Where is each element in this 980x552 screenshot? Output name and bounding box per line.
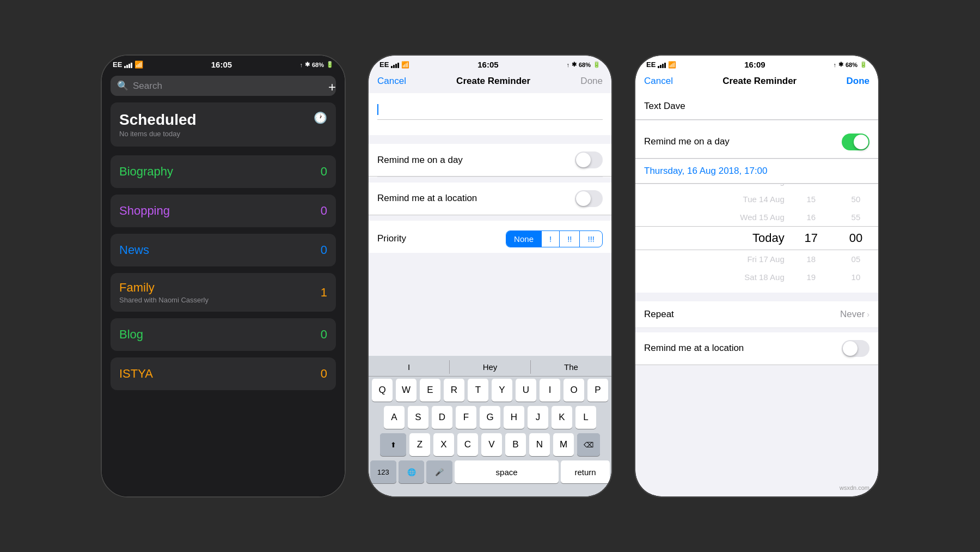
key-shift[interactable]: ⬆ [380, 433, 406, 456]
key-a[interactable]: A [384, 406, 405, 429]
remind-day-row-2[interactable]: Remind me on a day [369, 144, 611, 177]
reminder-title-3: Text Dave [644, 101, 869, 112]
title-input-row[interactable] [377, 100, 603, 120]
key-g[interactable]: G [480, 406, 500, 429]
screen-reminders-list: EE 📶 16:05 ↑ ✱ 68% 🔋 🔍 Sea [102, 56, 345, 496]
key-backspace[interactable]: ⌫ [577, 433, 600, 456]
list-count-biography: 0 [321, 165, 327, 179]
key-123[interactable]: 123 [370, 460, 396, 483]
remind-day-toggle-2[interactable] [575, 151, 603, 168]
priority-low-2[interactable]: ! [542, 231, 560, 247]
remind-location-toggle-2[interactable] [575, 190, 603, 207]
picker-columns: Mon 13 Aug Tue 14 Aug Wed 15 Aug Today F… [635, 184, 878, 293]
list-item-biography-left: Biography [119, 165, 173, 179]
clock-1: 16:05 [211, 60, 232, 69]
list-title-biography: Biography [119, 165, 173, 179]
priority-none-2[interactable]: None [506, 231, 542, 247]
scheduled-header: Scheduled No items due today 🕐 [119, 111, 327, 138]
key-v[interactable]: V [481, 433, 502, 456]
key-w[interactable]: W [396, 379, 416, 402]
location-icon-2: ↑ [566, 62, 569, 68]
list-item-news-left: News [119, 243, 149, 257]
key-mic[interactable]: 🎤 [426, 460, 452, 483]
key-s[interactable]: S [408, 406, 428, 429]
key-e[interactable]: E [420, 379, 440, 402]
key-z[interactable]: Z [409, 433, 430, 456]
repeat-row-3[interactable]: Repeat Never › [635, 301, 878, 327]
autocomplete-i[interactable]: I [369, 360, 450, 374]
list-item-shopping[interactable]: Shopping 0 [111, 195, 336, 227]
section-gap-2 [369, 215, 611, 221]
minute-column: 45 50 55 00 05 10 15 [834, 184, 878, 293]
key-y[interactable]: Y [492, 379, 512, 402]
phone-frame-1: EE 📶 16:05 ↑ ✱ 68% 🔋 🔍 Sea [101, 54, 346, 498]
keyboard-row-2: A S D F G H J K L [369, 404, 611, 431]
list-item-blog[interactable]: Blog 0 [111, 318, 336, 351]
battery-icon-2: 🔋 [593, 61, 601, 68]
list-item-news[interactable]: News 0 [111, 234, 336, 266]
list-item-istya-left: ISTYA [119, 367, 153, 381]
key-j[interactable]: J [528, 406, 548, 429]
done-button-2[interactable]: Done [580, 76, 603, 87]
battery-3: 68% [846, 62, 857, 68]
remind-day-label-2: Remind me on a day [377, 155, 463, 166]
key-k[interactable]: K [552, 406, 572, 429]
time-picker-3[interactable]: Mon 13 Aug Tue 14 Aug Wed 15 Aug Today F… [635, 184, 878, 293]
key-c[interactable]: C [457, 433, 478, 456]
key-u[interactable]: U [516, 379, 536, 402]
hour-17: 17 [805, 226, 818, 250]
hour-column: 14 15 16 17 18 19 20 [789, 184, 834, 293]
key-space[interactable]: space [455, 460, 559, 483]
remind-location-row-2[interactable]: Remind me at a location [369, 183, 611, 215]
remind-location-toggle-3[interactable] [842, 340, 869, 357]
search-bar[interactable]: 🔍 Search [111, 76, 336, 96]
key-h[interactable]: H [504, 406, 524, 429]
remind-location-label-3: Remind me at a location [644, 343, 744, 354]
min-15: 15 [852, 286, 861, 293]
keyboard-row-1: Q W E R T Y U I O P [369, 377, 611, 404]
key-o[interactable]: O [564, 379, 584, 402]
day-sun: Sun 19 Aug [742, 286, 785, 293]
reminder-title-block-3[interactable]: Text Dave [635, 93, 878, 120]
key-q[interactable]: Q [372, 379, 393, 402]
key-return[interactable]: return [561, 460, 610, 483]
key-n[interactable]: N [529, 433, 550, 456]
day-sat: Sat 18 Aug [744, 268, 784, 286]
cancel-button-3[interactable]: Cancel [644, 76, 673, 87]
priority-high-2[interactable]: !!! [580, 231, 602, 247]
list-item-family[interactable]: Family Shared with Naomi Casserly 1 [111, 273, 336, 312]
day-wed: Wed 15 Aug [740, 208, 784, 226]
key-p[interactable]: P [587, 379, 608, 402]
date-display-3[interactable]: Thursday, 16 Aug 2018, 17:00 [635, 159, 878, 184]
key-b[interactable]: B [505, 433, 526, 456]
remind-location-row-3[interactable]: Remind me at a location [635, 332, 878, 365]
reminder-input-area-2 [369, 93, 611, 135]
remind-day-row-3[interactable]: Remind me on a day [635, 126, 878, 159]
list-item-istya[interactable]: ISTYA 0 [111, 357, 336, 390]
key-r[interactable]: R [444, 379, 464, 402]
key-globe[interactable]: 🌐 [399, 460, 425, 483]
autocomplete-hey[interactable]: Hey [450, 360, 531, 374]
battery-2: 68% [579, 62, 591, 68]
list-item-shopping-left: Shopping [119, 204, 170, 218]
remind-day-toggle-3[interactable] [842, 134, 869, 150]
notes-input-row[interactable] [377, 120, 603, 129]
done-button-3[interactable]: Done [846, 76, 869, 87]
hour-18: 18 [806, 250, 816, 268]
list-item-biography[interactable]: Biography 0 [111, 155, 336, 188]
key-i[interactable]: I [540, 379, 560, 402]
key-l[interactable]: L [575, 406, 596, 429]
cancel-button-2[interactable]: Cancel [377, 76, 406, 87]
battery-icon-3: 🔋 [860, 61, 867, 68]
key-m[interactable]: M [553, 433, 574, 456]
min-55: 55 [852, 208, 861, 226]
min-45: 45 [852, 184, 861, 191]
priority-medium-2[interactable]: !! [560, 231, 580, 247]
key-x[interactable]: X [433, 433, 454, 456]
key-d[interactable]: D [432, 406, 452, 429]
add-reminder-button[interactable]: + [328, 80, 336, 95]
key-f[interactable]: F [456, 406, 476, 429]
toggle-knob-2 [576, 153, 591, 167]
autocomplete-the[interactable]: The [531, 360, 611, 374]
key-t[interactable]: T [468, 379, 488, 402]
